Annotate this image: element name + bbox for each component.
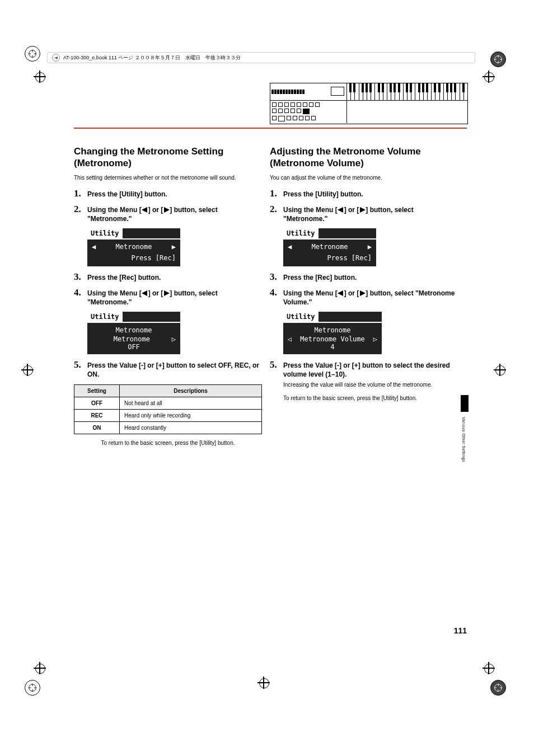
registration-mark-icon — [490, 51, 506, 67]
crosshair-icon — [34, 71, 46, 83]
step-text: Press the [Utility] button. — [87, 189, 167, 199]
step-number: 3. — [270, 272, 283, 283]
table-row: OFF Not heard at all — [74, 397, 262, 410]
svg-marker-5 — [164, 207, 170, 213]
step-4: 4. Using the Menu [] or [] button, selec… — [270, 288, 458, 307]
step-number: 1. — [74, 189, 87, 199]
table-cell-key: ON — [74, 422, 120, 434]
lcd-hint: Press [Rec] — [132, 254, 176, 262]
crosshair-icon — [257, 677, 270, 689]
svg-marker-11 — [360, 290, 366, 296]
section-tab — [461, 395, 469, 412]
step-text: Press the [Rec] button. — [87, 272, 161, 283]
table-header: Descriptions — [120, 385, 262, 397]
lcd-screenshot: Utility Metronome Metronome ▷ OFF — [87, 312, 180, 354]
step-1: 1. Press the [Utility] button. — [270, 189, 458, 199]
pdf-header: ➜ AT-100-300_e.book 111 ページ ２００８年５月７日 水曜… — [47, 52, 475, 63]
step-text: Using the Menu [] or [] button, select "… — [87, 288, 262, 307]
registration-mark-icon — [25, 46, 40, 62]
registration-mark-icon — [25, 680, 40, 696]
triangle-right-icon — [359, 290, 366, 296]
svg-marker-7 — [164, 290, 170, 296]
triangle-left-icon: ◀ — [92, 243, 96, 251]
triangle-right-icon: ▶ — [368, 243, 372, 251]
right-column: Adjusting the Metronome Volume (Metronom… — [270, 139, 458, 402]
step-text: Using the Menu [] or [] button, select "… — [283, 288, 458, 307]
step-number: 2. — [270, 204, 283, 223]
step-text: Press the [Utility] button. — [283, 189, 363, 199]
section-divider — [74, 128, 467, 129]
step-number: 2. — [74, 204, 87, 223]
step-5: 5. Press the Value [-] or [+] button to … — [270, 360, 458, 379]
step-2: 2. Using the Menu [] or [] button, selec… — [270, 204, 458, 223]
step-5: 5. Press the Value [-] or [+] button to … — [74, 360, 262, 379]
triangle-left-icon — [142, 207, 148, 213]
step-text: Press the [Rec] button. — [283, 272, 357, 283]
step-2: 2. Using the Menu [] or [] button, selec… — [74, 204, 262, 223]
lcd-line: OFF — [128, 343, 140, 351]
lcd-line: Metronome — [115, 326, 152, 334]
return-note: To return to the basic screen, press the… — [283, 395, 458, 402]
svg-marker-8 — [338, 207, 343, 213]
lcd-screenshot: Utility ◀ Metronome ▶ Press [Rec] — [87, 228, 180, 266]
triangle-left-icon: ◀ — [288, 243, 292, 251]
lcd-title: Utility — [87, 312, 123, 322]
table-header: Setting — [74, 385, 120, 397]
step-number: 4. — [74, 288, 87, 307]
table-cell-key: OFF — [74, 397, 120, 410]
arrow-icon: ➜ — [52, 54, 60, 62]
section-heading: Changing the Metronome Setting (Metronom… — [74, 145, 262, 170]
lcd-screenshot: Utility ◀ Metronome ▶ Press [Rec] — [283, 228, 376, 266]
step-number: 5. — [74, 360, 87, 379]
triangle-left-icon — [338, 207, 344, 213]
intro-text: You can adjust the volume of the metrono… — [270, 174, 458, 182]
svg-marker-10 — [338, 290, 343, 296]
triangle-right-icon: ▶ — [172, 243, 176, 251]
lcd-line: 4 — [330, 343, 334, 351]
table-cell-value: Not heard at all — [120, 397, 262, 410]
crosshair-icon — [483, 71, 495, 83]
section-tab-label: Various Other Settings — [462, 417, 466, 462]
step-1: 1. Press the [Utility] button. — [74, 189, 262, 199]
triangle-right-icon — [163, 207, 170, 213]
intro-text: This setting determines whether or not t… — [74, 174, 262, 182]
triangle-right-icon — [163, 290, 170, 296]
left-column: Changing the Metronome Setting (Metronom… — [74, 139, 262, 450]
step-number: 5. — [270, 360, 283, 379]
triangle-right-icon — [359, 207, 366, 213]
crosshair-icon — [34, 662, 46, 674]
crosshair-icon — [21, 364, 34, 376]
table-cell-value: Heard constantly — [120, 422, 262, 434]
svg-marker-6 — [142, 290, 147, 296]
step-text: Press the Value [-] or [+] button to sel… — [283, 360, 458, 379]
crosshair-icon — [494, 364, 506, 376]
lcd-line: Metronome — [314, 326, 350, 334]
keyboard-illustration — [270, 83, 468, 124]
step-text: Using the Menu [] or [] button, select "… — [283, 204, 458, 223]
triangle-right-icon: ▷ — [172, 335, 176, 343]
settings-table: Setting Descriptions OFF Not heard at al… — [74, 384, 262, 434]
lcd-line: Metronome Volume — [300, 335, 365, 343]
lcd-screenshot: Utility Metronome ◁ Metronome Volume ▷ 4 — [283, 312, 382, 354]
header-text: AT-100-300_e.book 111 ページ ２００８年５月７日 水曜日 … — [63, 54, 241, 62]
table-cell-value: Heard only while recording — [120, 410, 262, 422]
step-number: 1. — [270, 189, 283, 199]
triangle-left-icon — [142, 290, 148, 296]
step-text: Press the Value [-] or [+] button to sel… — [87, 360, 262, 379]
table-row: ON Heard constantly — [74, 422, 262, 434]
triangle-right-icon: ▷ — [373, 335, 377, 343]
table-row: REC Heard only while recording — [74, 410, 262, 422]
lcd-title: Utility — [283, 312, 318, 322]
svg-marker-4 — [142, 207, 147, 213]
section-heading: Adjusting the Metronome Volume (Metronom… — [270, 145, 458, 170]
step-number: 3. — [74, 272, 87, 283]
step-4: 4. Using the Menu [] or [] button, selec… — [74, 288, 262, 307]
step-3: 3. Press the [Rec] button. — [74, 272, 262, 283]
lcd-line: Metronome — [311, 243, 348, 251]
lcd-line: Metronome — [115, 243, 152, 251]
table-header-row: Setting Descriptions — [74, 385, 262, 397]
svg-marker-9 — [360, 207, 366, 213]
lcd-title: Utility — [87, 228, 123, 238]
lcd-hint: Press [Rec] — [327, 254, 372, 262]
page-number: 111 — [454, 626, 467, 635]
